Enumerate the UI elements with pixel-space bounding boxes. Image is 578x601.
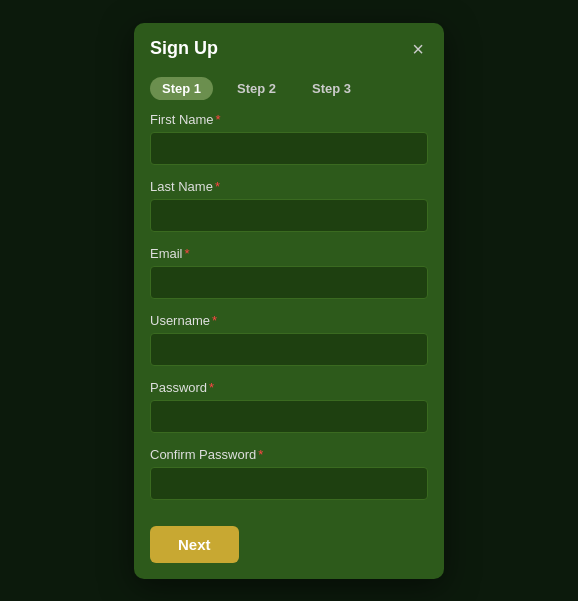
first-name-input[interactable] [150, 132, 428, 165]
password-group: Password* [150, 380, 428, 433]
confirm-password-input[interactable] [150, 467, 428, 500]
signup-modal: Sign Up × Step 1 Step 2 Step 3 First Nam… [134, 23, 444, 579]
last-name-required: * [215, 179, 220, 194]
modal-header: Sign Up × [134, 23, 444, 71]
first-name-group: First Name* [150, 112, 428, 165]
password-input[interactable] [150, 400, 428, 433]
username-required: * [212, 313, 217, 328]
last-name-label: Last Name* [150, 179, 428, 194]
modal-title: Sign Up [150, 38, 218, 59]
email-group: Email* [150, 246, 428, 299]
step-2[interactable]: Step 2 [225, 77, 288, 100]
confirm-password-required: * [258, 447, 263, 462]
username-group: Username* [150, 313, 428, 366]
confirm-password-label: Confirm Password* [150, 447, 428, 462]
modal-footer: Next [134, 514, 444, 579]
password-label: Password* [150, 380, 428, 395]
last-name-group: Last Name* [150, 179, 428, 232]
email-label: Email* [150, 246, 428, 261]
steps-bar: Step 1 Step 2 Step 3 [134, 71, 444, 112]
step-3[interactable]: Step 3 [300, 77, 363, 100]
confirm-password-group: Confirm Password* [150, 447, 428, 500]
form-body: First Name* Last Name* Email* Username* [134, 112, 444, 514]
username-label: Username* [150, 313, 428, 328]
next-button[interactable]: Next [150, 526, 239, 563]
last-name-input[interactable] [150, 199, 428, 232]
first-name-label: First Name* [150, 112, 428, 127]
email-input[interactable] [150, 266, 428, 299]
email-required: * [185, 246, 190, 261]
step-1[interactable]: Step 1 [150, 77, 213, 100]
close-button[interactable]: × [408, 37, 428, 61]
password-required: * [209, 380, 214, 395]
first-name-required: * [216, 112, 221, 127]
username-input[interactable] [150, 333, 428, 366]
